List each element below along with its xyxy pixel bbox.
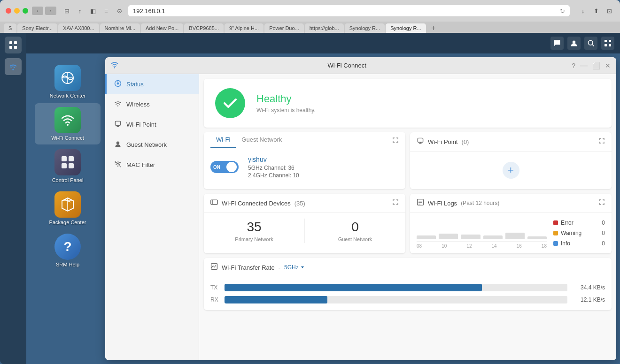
- user-icon[interactable]: [567, 37, 581, 50]
- chat-icon[interactable]: [550, 37, 564, 50]
- wifi-point-card: Wi-Fi Point (0): [410, 132, 612, 189]
- time-label-16: 16: [517, 243, 522, 249]
- minimize-panel-button[interactable]: —: [580, 61, 588, 70]
- left-nav: Status Wireless: [105, 74, 199, 360]
- minimize-button[interactable]: [14, 8, 20, 14]
- tx-bar-fill: [225, 284, 482, 291]
- close-button[interactable]: [6, 8, 11, 14]
- primary-label: Primary Network: [210, 236, 298, 242]
- bar-group-16: [505, 233, 525, 239]
- wifi-connect-window: Wi-Fi Connect ? — ⬜ ✕: [105, 57, 616, 360]
- tab-synology1[interactable]: Synology R...: [345, 23, 385, 33]
- logs-period: (Past 12 hours): [461, 200, 499, 206]
- tab-bvcp[interactable]: BVCP9685...: [184, 23, 224, 33]
- dock-grid-icon[interactable]: [5, 37, 22, 53]
- error-count: 0: [602, 220, 605, 226]
- freq-label: 5GHz: [284, 264, 299, 271]
- wifi-expand-icon[interactable]: [392, 132, 399, 148]
- app-control-panel[interactable]: Control Panel: [35, 145, 101, 187]
- nav-item-guest-network[interactable]: Guest Network: [105, 135, 199, 155]
- cards-grid: Wi-Fi Guest Network: [204, 132, 612, 253]
- wifi-toggle[interactable]: ON: [210, 161, 239, 173]
- nav-item-wifi-point[interactable]: Wi-Fi Point: [105, 114, 199, 135]
- guest-label: Guest Network: [311, 236, 399, 242]
- wifi-connect-label: Wi-Fi Connect: [51, 135, 84, 141]
- svg-rect-17: [62, 163, 67, 168]
- add-wifi-point-button[interactable]: +: [503, 162, 519, 179]
- tab-glob[interactable]: https://glob...: [305, 23, 344, 33]
- tx-bar-container: [225, 284, 567, 291]
- svg-point-27: [116, 141, 119, 144]
- tab-norshire[interactable]: Norshire Mi...: [100, 23, 140, 33]
- upload-icon[interactable]: ⬆: [591, 7, 601, 15]
- tab-power[interactable]: Power Duo...: [264, 23, 304, 33]
- address-bar[interactable]: 192.168.0.1 ↻: [128, 5, 570, 17]
- forward-button[interactable]: ›: [45, 7, 56, 15]
- bar-group-10: [439, 234, 458, 239]
- app-list: Network Center Wi-Fi Connect: [30, 57, 105, 360]
- time-label-08: 08: [417, 243, 422, 249]
- legend-error: Error 0: [553, 220, 605, 226]
- app-package-center[interactable]: Package Center: [35, 188, 101, 229]
- wifi-tab-content: ON yishuv 5GHz Channel: 36 2.4GHz Channe…: [204, 148, 405, 186]
- svg-point-19: [114, 67, 115, 68]
- content-area: Healthy Wi-Fi system is healthy.: [199, 74, 616, 360]
- close-panel-button[interactable]: ✕: [605, 62, 611, 69]
- wireless-nav-icon: [114, 100, 122, 109]
- app-network-center[interactable]: Network Center: [35, 61, 101, 102]
- freq-selector[interactable]: 5GHz: [284, 264, 305, 271]
- package-center-label: Package Center: [49, 220, 86, 225]
- nav-item-mac-filter[interactable]: MAC Filter: [105, 155, 199, 175]
- grid-icon[interactable]: [601, 37, 614, 50]
- srm-help-icon: ?: [54, 234, 81, 260]
- tab-alpine[interactable]: 9" Alpine H...: [225, 23, 264, 33]
- bookmarks-icon[interactable]: ◧: [88, 7, 98, 15]
- wifi-point-body: +: [410, 152, 612, 189]
- logs-header-icon: [417, 198, 424, 208]
- devices-expand-icon[interactable]: [392, 199, 399, 207]
- url-text: 192.168.0.1: [133, 8, 165, 15]
- reload-button[interactable]: ↻: [560, 8, 565, 15]
- maximize-button[interactable]: [23, 8, 28, 14]
- logs-chart-area: 08 10 12 14 16 18: [417, 218, 547, 249]
- tab-sony[interactable]: Sony Electr...: [17, 23, 57, 33]
- logs-expand-icon[interactable]: [598, 199, 605, 207]
- github-icon[interactable]: ⊙: [115, 7, 124, 15]
- panel-controls: ? — ⬜ ✕: [572, 61, 611, 70]
- search-icon[interactable]: [584, 37, 597, 50]
- restore-panel-button[interactable]: ⬜: [592, 62, 600, 69]
- back-button[interactable]: ‹: [32, 7, 43, 15]
- tab-xav[interactable]: XAV-AX800...: [58, 23, 99, 33]
- warning-label: Warning: [561, 230, 581, 236]
- tab-addnew[interactable]: Add New Po...: [141, 23, 183, 33]
- app-dock: [0, 33, 26, 364]
- download-icon[interactable]: ↓: [578, 7, 588, 15]
- nav-item-wireless[interactable]: Wireless: [105, 94, 199, 114]
- tab-s[interactable]: S: [4, 23, 16, 33]
- wifi-tab-guest[interactable]: Guest Network: [236, 132, 287, 148]
- tab-synology2[interactable]: Synology R...: [386, 23, 426, 33]
- fullscreen-icon[interactable]: ⊡: [604, 7, 614, 15]
- new-tab-button[interactable]: +: [429, 23, 438, 33]
- wifi-point-expand-icon[interactable]: [598, 137, 605, 146]
- control-panel-icon: [54, 149, 81, 175]
- dock-wifi-icon[interactable]: [5, 58, 22, 75]
- app-srm-help[interactable]: ? SRM Help: [35, 230, 101, 271]
- network-2g: 2.4GHz Channel: 10: [248, 172, 299, 179]
- package-center-icon: [54, 191, 81, 218]
- devices-header: Wi-Fi Connected Devices (35): [204, 194, 405, 213]
- time-label-12: 12: [466, 243, 472, 249]
- app-wifi-connect[interactable]: Wi-Fi Connect: [35, 103, 101, 144]
- devices-count-badge: (35): [294, 200, 305, 207]
- svg-point-4: [573, 40, 575, 43]
- nav-item-status[interactable]: Status: [105, 74, 199, 94]
- svg-rect-24: [115, 121, 120, 125]
- readerview-icon[interactable]: ≡: [101, 7, 111, 15]
- transfer-dash: -: [279, 264, 280, 271]
- sidebar-toggle-icon[interactable]: ⊟: [62, 7, 71, 15]
- share-icon[interactable]: ↑: [75, 7, 85, 15]
- wifi-tab-wifi[interactable]: Wi-Fi: [210, 132, 236, 148]
- help-button[interactable]: ?: [572, 62, 575, 69]
- guest-network-nav-icon: [114, 140, 122, 149]
- svg-rect-7: [604, 40, 607, 42]
